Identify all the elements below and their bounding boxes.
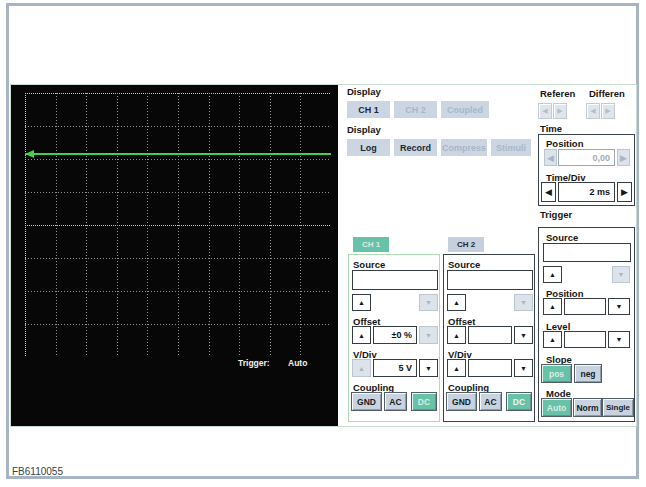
ch1-vdiv-field[interactable] xyxy=(373,359,417,377)
trigger-position-down-button[interactable]: ▼ xyxy=(608,298,630,315)
display-coupled-button[interactable]: Coupled xyxy=(441,101,489,118)
ch1-vdiv-down-button[interactable]: ▼ xyxy=(419,359,438,377)
time-section-label: Time xyxy=(540,123,562,134)
up-arrow-icon: ▲ xyxy=(358,332,365,339)
down-arrow-icon: ▼ xyxy=(425,365,432,372)
right-arrow-icon: ▶ xyxy=(621,187,628,197)
ch2-coupling-dc-button[interactable]: DC xyxy=(506,392,532,411)
difference-label: Differen xyxy=(589,88,625,99)
mode-norm-button[interactable]: Norm xyxy=(573,398,602,417)
mode-single-button[interactable]: Single xyxy=(602,398,634,417)
time-position-decrement-button[interactable]: ◀ xyxy=(544,149,557,166)
reference-next-button[interactable]: ▶ xyxy=(553,103,567,119)
time-panel: Position ◀ ▶ Time/Div ◀ ▶ xyxy=(538,134,635,206)
trigger-section-label: Trigger xyxy=(540,209,572,220)
timediv-field[interactable] xyxy=(558,182,615,202)
ch2-offset-up-button[interactable]: ▲ xyxy=(447,326,466,344)
trigger-source-down-button[interactable]: ▼ xyxy=(612,266,630,283)
display-record-button[interactable]: Record xyxy=(394,139,437,156)
trigger-panel: Source ▲ ▼ Position ▲ ▼ Level ▲ ▼ Slope … xyxy=(538,227,635,422)
ch2-offset-field[interactable] xyxy=(468,326,512,344)
trigger-level-down-button[interactable]: ▼ xyxy=(608,331,630,348)
ch1-offset-up-button[interactable]: ▲ xyxy=(352,326,371,344)
trace-start-marker-icon xyxy=(25,150,34,158)
ch2-coupling-gnd-button[interactable]: GND xyxy=(446,392,477,411)
down-arrow-icon: ▼ xyxy=(520,332,527,339)
time-position-field[interactable] xyxy=(558,149,615,166)
ch1-coupling-dc-button[interactable]: DC xyxy=(411,392,437,411)
display-ch1-button[interactable]: CH 1 xyxy=(347,101,390,118)
time-position-label: Position xyxy=(546,138,583,149)
up-arrow-icon: ▲ xyxy=(549,271,556,278)
difference-prev-button[interactable]: ◀ xyxy=(586,103,600,119)
trigger-source-up-button[interactable]: ▲ xyxy=(543,266,562,283)
reference-prev-button[interactable]: ◀ xyxy=(538,103,552,119)
display-compress-button[interactable]: Compress xyxy=(441,139,487,156)
trigger-status-value: Auto xyxy=(288,358,307,368)
left-arrow-icon: ◀ xyxy=(547,153,554,163)
timediv-increment-button[interactable]: ▶ xyxy=(617,182,632,202)
display-log-button[interactable]: Log xyxy=(347,139,390,156)
trigger-level-field[interactable] xyxy=(564,331,606,348)
up-arrow-icon: ▲ xyxy=(549,336,556,343)
ch1-source-up-button[interactable]: ▲ xyxy=(352,294,371,311)
figure-code-label: FB6110055 xyxy=(12,466,63,477)
down-arrow-icon: ▼ xyxy=(425,332,432,339)
ch1-coupling-gnd-button[interactable]: GND xyxy=(351,392,382,411)
right-arrow-icon: ▶ xyxy=(605,107,610,115)
ch2-source-label: Source xyxy=(448,259,480,270)
ch2-tab[interactable]: CH 2 xyxy=(448,237,484,252)
trigger-position-up-button[interactable]: ▲ xyxy=(543,298,562,315)
trigger-source-field[interactable] xyxy=(543,243,631,262)
trigger-position-field[interactable] xyxy=(564,298,606,315)
ch2-vdiv-field[interactable] xyxy=(468,359,512,377)
down-arrow-icon: ▼ xyxy=(618,271,625,278)
up-arrow-icon: ▲ xyxy=(358,365,365,372)
trigger-status-label: Trigger: xyxy=(238,358,270,368)
slope-pos-button[interactable]: pos xyxy=(541,364,572,383)
difference-next-button[interactable]: ▶ xyxy=(601,103,615,119)
up-arrow-icon: ▲ xyxy=(453,365,460,372)
down-arrow-icon: ▼ xyxy=(616,303,623,310)
down-arrow-icon: ▼ xyxy=(616,336,623,343)
ch1-source-label: Source xyxy=(353,259,385,270)
timediv-decrement-button[interactable]: ◀ xyxy=(541,182,556,202)
ch2-source-down-button[interactable]: ▼ xyxy=(514,294,533,311)
ch1-source-field[interactable] xyxy=(352,270,438,290)
ch1-source-down-button[interactable]: ▼ xyxy=(419,294,438,311)
down-arrow-icon: ▼ xyxy=(520,365,527,372)
mode-auto-button[interactable]: Auto xyxy=(541,398,572,417)
ch2-source-up-button[interactable]: ▲ xyxy=(447,294,466,311)
left-arrow-icon: ◀ xyxy=(545,187,552,197)
ch2-coupling-ac-button[interactable]: AC xyxy=(479,392,502,411)
time-position-increment-button[interactable]: ▶ xyxy=(617,149,630,166)
ch1-panel: Source ▲ ▼ Offset ▲ ▼ V/Div ▲ ▼ Coupling… xyxy=(348,254,440,422)
up-arrow-icon: ▲ xyxy=(453,299,460,306)
right-arrow-icon: ▶ xyxy=(557,107,562,115)
display-stimuli-button[interactable]: Stimuli xyxy=(491,139,531,156)
ch2-offset-down-button[interactable]: ▼ xyxy=(514,326,533,344)
up-arrow-icon: ▲ xyxy=(453,332,460,339)
reference-label: Referen xyxy=(540,88,575,99)
left-arrow-icon: ◀ xyxy=(542,107,547,115)
display-ch2-button[interactable]: CH 2 xyxy=(394,101,437,118)
down-arrow-icon: ▼ xyxy=(425,299,432,306)
ch2-vdiv-down-button[interactable]: ▼ xyxy=(514,359,533,377)
trigger-level-up-button[interactable]: ▲ xyxy=(543,331,562,348)
up-arrow-icon: ▲ xyxy=(358,299,365,306)
down-arrow-icon: ▼ xyxy=(520,299,527,306)
ch2-panel: Source ▲ ▼ Offset ▲ ▼ V/Div ▲ ▼ Coupling… xyxy=(443,254,535,422)
oscilloscope-display: Trigger: Auto xyxy=(11,85,338,426)
ch1-offset-field[interactable] xyxy=(373,326,417,344)
left-arrow-icon: ◀ xyxy=(590,107,595,115)
right-arrow-icon: ▶ xyxy=(620,153,627,163)
ch2-source-field[interactable] xyxy=(447,270,533,290)
ch1-tab[interactable]: CH 1 xyxy=(353,237,389,252)
trigger-source-label: Source xyxy=(546,232,578,243)
ch1-offset-down-button[interactable]: ▼ xyxy=(419,326,438,344)
ch1-vdiv-up-button[interactable]: ▲ xyxy=(352,359,371,377)
scope-graticule xyxy=(25,93,331,357)
ch1-coupling-ac-button[interactable]: AC xyxy=(384,392,407,411)
slope-neg-button[interactable]: neg xyxy=(574,364,602,383)
ch2-vdiv-up-button[interactable]: ▲ xyxy=(447,359,466,377)
